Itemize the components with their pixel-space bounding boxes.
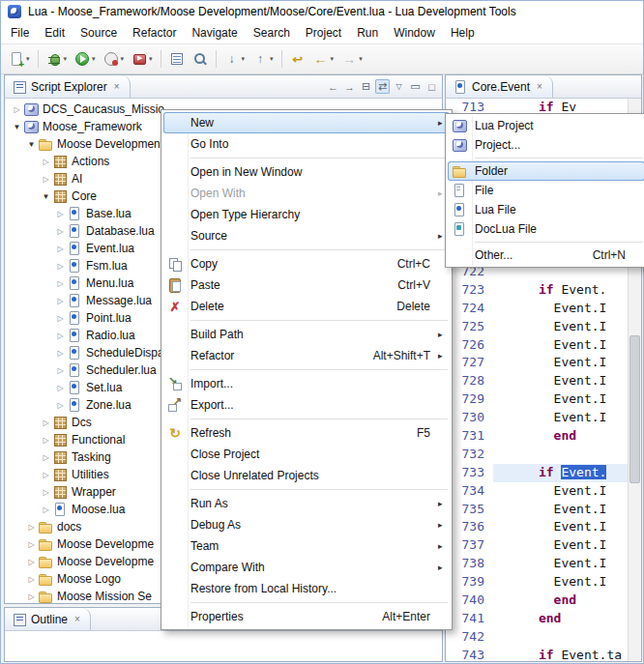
expand-arrow-icon[interactable]: ▷ — [40, 453, 52, 462]
menu-help[interactable]: Help — [443, 23, 483, 43]
expand-arrow-icon[interactable]: ▷ — [40, 419, 52, 427]
expand-arrow-icon[interactable]: ▷ — [54, 366, 67, 375]
menu-item-doclua-file[interactable]: DocLua File — [448, 219, 644, 239]
external-tools-button[interactable]: ▾ — [129, 49, 156, 69]
menu-item-copy[interactable]: CopyCtrl+C — [163, 253, 450, 274]
previous-annotation-button[interactable]: ▾ — [249, 49, 277, 69]
expand-arrow-icon[interactable]: ▷ — [54, 262, 67, 271]
forward-icon[interactable]: → — [342, 79, 357, 94]
expand-arrow-icon[interactable]: ▷ — [54, 332, 67, 340]
expand-arrow-icon[interactable]: ▷ — [40, 505, 52, 514]
expand-arrow-icon[interactable]: ▷ — [25, 540, 38, 549]
menu-file[interactable]: File — [3, 23, 37, 43]
tab-core-event[interactable]: Core.Event — [446, 75, 553, 98]
code-line-736[interactable]: 736Event.I — [446, 518, 641, 536]
menu-item-refresh[interactable]: RefreshF5 — [163, 422, 450, 444]
open-type-button[interactable] — [166, 49, 188, 69]
collapse-arrow-icon[interactable]: ▼ — [11, 123, 23, 131]
menu-item-debug-as[interactable]: Debug As▸ — [163, 514, 450, 535]
expand-arrow-icon[interactable]: ▷ — [40, 436, 52, 445]
back-button[interactable]: ▾ — [310, 49, 337, 69]
code-line-740[interactable]: 740end — [446, 592, 641, 610]
new-wizard-button[interactable]: ▾ — [6, 49, 33, 69]
code-line-733[interactable]: 733if Event. — [446, 464, 641, 482]
tab-script-explorer[interactable]: Script Explorer — [5, 75, 131, 98]
code-line-725[interactable]: 725Event.I — [446, 318, 641, 336]
code-line-728[interactable]: 728Event.I — [446, 372, 641, 390]
menu-item-restore-from-local-history[interactable]: Restore from Local History... — [163, 578, 450, 599]
menu-item-refactor[interactable]: RefactorAlt+Shift+T▸ — [163, 345, 450, 366]
expand-arrow-icon[interactable]: ▷ — [54, 349, 67, 358]
menu-item-lua-project[interactable]: Lua Project — [448, 116, 644, 135]
minimize-icon[interactable]: ▭ — [408, 79, 423, 94]
expand-arrow-icon[interactable]: ▷ — [25, 592, 38, 601]
expand-arrow-icon[interactable]: ▷ — [54, 314, 67, 323]
menu-project[interactable]: Project — [298, 23, 349, 43]
menu-item-build-path[interactable]: Build Path▸ — [163, 324, 450, 345]
debug-button[interactable]: ▾ — [44, 49, 71, 69]
tab-outline[interactable]: Outline — [5, 608, 91, 630]
menu-source[interactable]: Source — [73, 23, 125, 43]
code-line-723[interactable]: 723if Event. — [446, 281, 641, 300]
code-line-739[interactable]: 739Event.I — [446, 573, 641, 592]
code-line-741[interactable]: 741end — [446, 610, 641, 628]
code-line-730[interactable]: 730Event.I — [446, 409, 641, 427]
collapse-arrow-icon[interactable]: ▼ — [40, 192, 52, 201]
menu-edit[interactable]: Edit — [37, 23, 73, 43]
menu-item-open-in-new-window[interactable]: Open in New Window — [163, 161, 450, 183]
expand-arrow-icon[interactable]: ▷ — [40, 175, 52, 184]
expand-arrow-icon[interactable]: ▷ — [54, 279, 67, 288]
code-line-724[interactable]: 724Event.I — [446, 300, 641, 318]
expand-arrow-icon[interactable]: ▷ — [54, 245, 67, 253]
forward-button[interactable]: ▾ — [338, 49, 366, 69]
code-line-731[interactable]: 731end — [446, 427, 641, 446]
menu-item-open-type-hierarchy[interactable]: Open Type Hierarchy — [163, 204, 450, 225]
code-line-726[interactable]: 726Event.I — [446, 336, 641, 355]
menu-item-new[interactable]: New▸ — [163, 112, 450, 133]
link-with-editor-icon[interactable]: ⇄ — [375, 79, 390, 94]
collapse-arrow-icon[interactable]: ▼ — [25, 140, 38, 149]
menu-item-import[interactable]: Import... — [163, 373, 450, 394]
collapse-all-icon[interactable]: ⊟ — [359, 79, 373, 94]
coverage-button[interactable]: ▾ — [101, 49, 128, 69]
menu-item-lua-file[interactable]: Lua File — [448, 200, 644, 219]
view-menu-icon[interactable]: ▽ — [392, 79, 406, 94]
run-button[interactable]: ▾ — [72, 49, 99, 69]
close-tab-icon[interactable] — [111, 81, 123, 92]
expand-arrow-icon[interactable]: ▷ — [40, 158, 52, 166]
menu-item-file[interactable]: File — [448, 181, 644, 200]
scrollbar-thumb[interactable] — [629, 335, 640, 484]
code-line-743[interactable]: 743if Event.ta — [446, 647, 641, 662]
expand-arrow-icon[interactable]: ▷ — [25, 523, 38, 532]
menu-item-export[interactable]: Export... — [163, 394, 450, 416]
code-line-738[interactable]: 738Event.I — [446, 555, 641, 573]
close-tab-icon[interactable] — [72, 614, 83, 624]
last-edit-location-button[interactable] — [287, 49, 308, 69]
menu-item-compare-with[interactable]: Compare With▸ — [163, 557, 450, 578]
menu-item-properties[interactable]: PropertiesAlt+Enter — [163, 606, 450, 627]
code-line-734[interactable]: 734Event.I — [446, 482, 641, 501]
menu-item-paste[interactable]: PasteCtrl+V — [163, 274, 450, 296]
expand-arrow-icon[interactable]: ▷ — [40, 488, 52, 497]
menu-item-project[interactable]: Project... — [448, 135, 644, 155]
expand-arrow-icon[interactable]: ▷ — [25, 575, 38, 584]
menu-item-close-project[interactable]: Close Project — [163, 444, 450, 465]
menu-window[interactable]: Window — [386, 23, 443, 43]
expand-arrow-icon[interactable]: ▷ — [54, 210, 67, 218]
close-tab-icon[interactable] — [534, 81, 545, 92]
menu-item-delete[interactable]: DeleteDelete — [163, 296, 450, 317]
menu-refactor[interactable]: Refactor — [125, 23, 184, 43]
menu-item-close-unrelated-projects[interactable]: Close Unrelated Projects — [163, 465, 450, 486]
expand-arrow-icon[interactable]: ▷ — [54, 227, 67, 236]
maximize-icon[interactable]: □ — [424, 79, 439, 94]
expand-arrow-icon[interactable]: ▷ — [11, 105, 23, 114]
menu-item-go-into[interactable]: Go Into — [163, 133, 450, 155]
menu-navigate[interactable]: Navigate — [184, 23, 245, 43]
menu-run[interactable]: Run — [349, 23, 386, 43]
expand-arrow-icon[interactable]: ▷ — [25, 558, 38, 566]
expand-arrow-icon[interactable]: ▷ — [54, 297, 67, 305]
expand-arrow-icon[interactable]: ▷ — [54, 401, 67, 410]
code-line-737[interactable]: 737Event.I — [446, 536, 641, 555]
search-button[interactable] — [190, 49, 211, 69]
code-line-732[interactable]: 732 — [446, 446, 641, 464]
